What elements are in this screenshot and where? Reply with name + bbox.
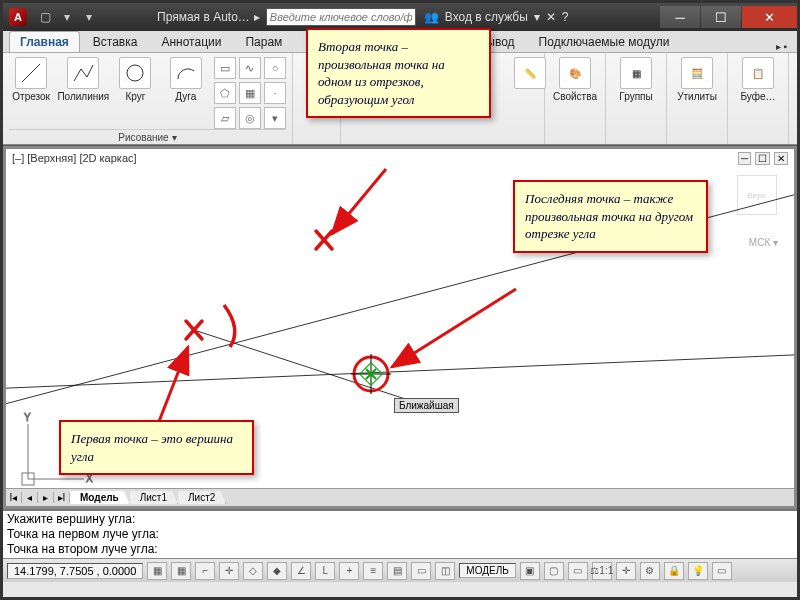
command-prompt[interactable]: Точка на втором луче угла: <box>7 542 793 557</box>
layout-tabs: І◂ ◂ ▸ ▸І Модель Лист1 Лист2 <box>6 488 794 506</box>
lock-icon[interactable]: 🔒 <box>664 562 684 580</box>
3dosnap-toggle[interactable]: ◆ <box>267 562 287 580</box>
hatch-icon[interactable]: ▦ <box>239 82 261 104</box>
tab-first-icon[interactable]: І◂ <box>6 492 22 503</box>
tab-sheet2[interactable]: Лист2 <box>178 491 226 504</box>
login-link[interactable]: Вход в службы <box>445 10 528 24</box>
point-icon[interactable]: · <box>264 82 286 104</box>
arc-button[interactable]: Дуга <box>164 57 208 102</box>
tab-params[interactable]: Парам <box>234 31 293 52</box>
command-line[interactable]: Укажите вершину угла: Точка на первом лу… <box>3 509 797 558</box>
document-area: [–] [Верхняя] [2D каркас] ─ ☐ ✕ Верх МСК… <box>3 145 797 509</box>
clean-icon[interactable]: ▭ <box>712 562 732 580</box>
region-icon[interactable]: ▱ <box>214 107 236 129</box>
exchange-icon[interactable]: ✕ <box>546 10 556 24</box>
lwt-toggle[interactable]: ≡ <box>363 562 383 580</box>
draw-small-tools: ▭∿○ ⬠▦· ▱◎▾ <box>214 57 286 129</box>
svg-point-1 <box>127 65 143 81</box>
osnap-toggle[interactable]: ◇ <box>243 562 263 580</box>
space-label[interactable]: МОДЕЛЬ <box>459 563 515 578</box>
polygon-icon[interactable]: ⬠ <box>214 82 236 104</box>
status-btn-c[interactable]: ▭ <box>568 562 588 580</box>
qat-new-icon[interactable]: ▢ <box>37 9 53 25</box>
status-btn-b[interactable]: ▢ <box>544 562 564 580</box>
line-button[interactable]: Отрезок <box>9 57 53 102</box>
ann-scale[interactable]: ⚖1:1 <box>592 562 612 580</box>
status-bar: 14.1799, 7.7505 , 0.0000 ▦ ▦ ⌐ ✛ ◇ ◆ ∠ L… <box>3 558 797 582</box>
otrack-toggle[interactable]: ∠ <box>291 562 311 580</box>
tabs-overflow-icon[interactable]: ▸ ▪ <box>776 41 787 52</box>
sc-toggle[interactable]: ◫ <box>435 562 455 580</box>
polyline-button[interactable]: Полилиния <box>59 57 107 102</box>
tab-model[interactable]: Модель <box>70 491 130 504</box>
hardware-icon[interactable]: 💡 <box>688 562 708 580</box>
rect-icon[interactable]: ▭ <box>214 57 236 79</box>
tab-home[interactable]: Главная <box>9 31 80 52</box>
svg-line-0 <box>22 64 40 82</box>
snap-toggle[interactable]: ▦ <box>147 562 167 580</box>
more-icon[interactable]: ▾ <box>264 107 286 129</box>
ellipse-icon[interactable]: ○ <box>264 57 286 79</box>
command-history-2: Точка на первом луче угла: <box>7 527 793 542</box>
callout-second-point: Вторая точка – произвольная точка на одн… <box>306 28 491 118</box>
quick-access-toolbar: ▢ ▾ ▾ <box>37 9 97 25</box>
coordinates[interactable]: 14.1799, 7.7505 , 0.0000 <box>7 563 143 579</box>
grid-toggle[interactable]: ▦ <box>171 562 191 580</box>
ortho-toggle[interactable]: ⌐ <box>195 562 215 580</box>
search-input[interactable] <box>266 8 416 26</box>
close-button[interactable]: ✕ <box>742 6 797 28</box>
tab-sheet1[interactable]: Лист1 <box>130 491 178 504</box>
window-title: Прямая в Auto… <box>157 10 250 24</box>
utilities-button[interactable]: 🧮Утилиты <box>673 57 721 102</box>
svg-line-3 <box>6 354 794 389</box>
tab-next-icon[interactable]: ▸ <box>38 492 54 503</box>
dyn-toggle[interactable]: + <box>339 562 359 580</box>
maximize-button[interactable]: ☐ <box>701 6 741 28</box>
status-btn-a[interactable]: ▣ <box>520 562 540 580</box>
collab-icon[interactable]: 👥 <box>424 10 439 24</box>
clipboard-button[interactable]: 📋Буфе… <box>734 57 782 102</box>
groups-button[interactable]: ▦Группы <box>612 57 660 102</box>
tab-prev-icon[interactable]: ◂ <box>22 492 38 503</box>
tab-plugins[interactable]: Подключаемые модули <box>528 31 681 52</box>
ducs-toggle[interactable]: L <box>315 562 335 580</box>
minimize-button[interactable]: ─ <box>660 6 700 28</box>
svg-text:Y: Y <box>24 412 31 423</box>
draw-panel-title[interactable]: Рисование ▾ <box>9 129 286 143</box>
ann-vis-icon[interactable]: ✛ <box>616 562 636 580</box>
polar-toggle[interactable]: ✛ <box>219 562 239 580</box>
tab-insert[interactable]: Вставка <box>82 31 149 52</box>
qat-open-icon[interactable]: ▾ <box>59 9 75 25</box>
title-bar: A ▢ ▾ ▾ Прямая в Auto… ▸ 👥 Вход в службы… <box>3 3 797 31</box>
tpy-toggle[interactable]: ▤ <box>387 562 407 580</box>
ws-switch-icon[interactable]: ⚙ <box>640 562 660 580</box>
tab-last-icon[interactable]: ▸І <box>54 492 70 503</box>
spline-icon[interactable]: ∿ <box>239 57 261 79</box>
callout-last-point: Последняя точка – также произвольная точ… <box>513 180 708 253</box>
properties-button[interactable]: 🎨Свойства <box>551 57 599 102</box>
circle-button[interactable]: Круг <box>113 57 157 102</box>
help-icon[interactable]: ? <box>562 10 569 24</box>
donut-icon[interactable]: ◎ <box>239 107 261 129</box>
callout-first-point: Первая точка – это вершина угла <box>59 420 254 475</box>
command-history-1: Укажите вершину угла: <box>7 512 793 527</box>
measure-button[interactable]: 📏 <box>515 57 545 89</box>
snap-tooltip: Ближайшая <box>394 398 459 413</box>
app-icon[interactable]: A <box>9 8 27 26</box>
qat-save-icon[interactable]: ▾ <box>81 9 97 25</box>
tab-annotations[interactable]: Аннотации <box>150 31 232 52</box>
svg-line-4 <box>191 329 436 409</box>
qp-toggle[interactable]: ▭ <box>411 562 431 580</box>
